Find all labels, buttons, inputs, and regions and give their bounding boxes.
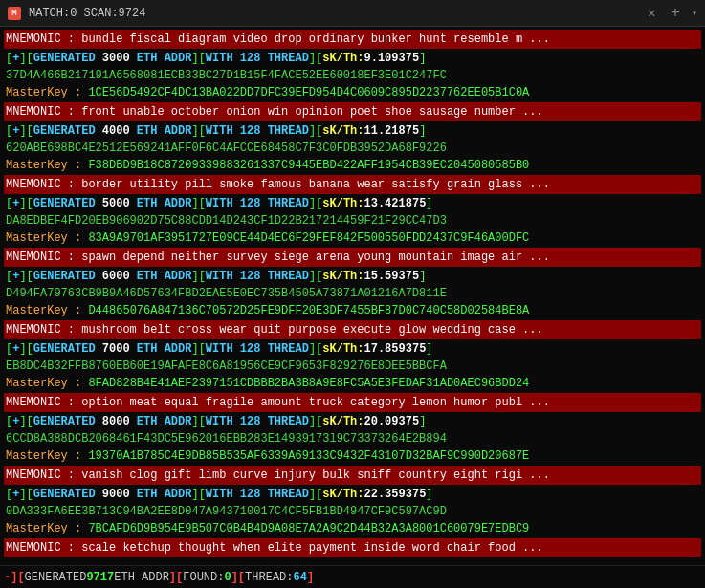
mnemonic-text-3: MNEMONIC : border utility pill smoke fam… xyxy=(6,178,550,191)
masterkey-val-1: 1CE56D5492CF4DC13BA022DD7DFC39EFD954D4C0… xyxy=(88,86,529,99)
dropdown-button[interactable]: ▾ xyxy=(692,8,697,19)
mnemonic-text-2: MNEMONIC : front unable october onion wi… xyxy=(6,105,543,119)
app-icon: M xyxy=(8,7,21,20)
mnemonic-text-4: MNEMONIC : spawn depend neither survey s… xyxy=(6,250,550,264)
mnemonic-line-7: MNEMONIC : vanish clog gift limb curve i… xyxy=(4,466,701,485)
masterkey-line-2: MasterKey : F38DBD9B18C87209339883261337… xyxy=(4,157,701,174)
masterkey-line-5: MasterKey : 8FAD828B4E41AEF2397151CDBBB2… xyxy=(4,375,701,392)
generated-line-3: [+][GENERATED 5000 ETH ADDR][WITH 128 TH… xyxy=(4,195,701,212)
hash-text-7: 0DA333FA6EE3B713C94BA2EE8D047A943710017C… xyxy=(6,505,447,518)
hash-text-5: EB8DC4B32FFB8760EB60E19AFAFE8C6A81956CE9… xyxy=(6,359,447,373)
hash-text-4: D494FA79763CB9B9A46D57634FBD2EAE5E0EC735… xyxy=(6,287,447,300)
mnemonic-line-3: MNEMONIC : border utility pill smoke fam… xyxy=(4,175,701,194)
hash-text-6: 6CCD8A388DCB2068461F43DC5E962016EBB283E1… xyxy=(6,432,447,446)
hash-line-1: 37D4A466B217191A6568081ECB33BC27D1B15F4F… xyxy=(4,67,701,84)
generated-line-5: [+][GENERATED 7000 ETH ADDR][WITH 128 TH… xyxy=(4,340,701,358)
mnemonic-line-4: MNEMONIC : spawn depend neither survey s… xyxy=(4,248,701,267)
masterkey-val-3: 83A9A9701AF3951727E09CE44D4EC6F29FEF842F… xyxy=(88,231,529,245)
hash-text-2: 620ABE698BC4E2512E569241AFF0F6C4AFCCE684… xyxy=(6,142,447,155)
hash-text-3: DA8EDBEF4FD20EB906902D75C88CDD14D243CF1D… xyxy=(6,214,447,228)
generated-line-4: [+][GENERATED 6000 ETH ADDR][WITH 128 TH… xyxy=(4,268,701,285)
content-area: MNEMONIC : bundle fiscal diagram video d… xyxy=(0,27,705,565)
masterkey-line-3: MasterKey : 83A9A9701AF3951727E09CE44D4E… xyxy=(4,229,701,247)
masterkey-line-6: MasterKey : 19370A1B785C4E9DB85B535AF633… xyxy=(4,447,701,465)
mnemonic-line-2: MNEMONIC : front unable october onion wi… xyxy=(4,102,701,121)
generated-line-6: [+][GENERATED 8000 ETH ADDR][WITH 128 TH… xyxy=(4,413,701,430)
hash-line-6: 6CCD8A388DCB2068461F43DC5E962016EBB283E1… xyxy=(4,430,701,447)
generated-line-2: [+][GENERATED 4000 ETH ADDR][WITH 128 TH… xyxy=(4,122,701,140)
masterkey-line-7: MasterKey : 7BCAFD6D9B954E9B507C0B4B4D9A… xyxy=(4,520,701,537)
hash-line-3: DA8EDBEF4FD20EB906902D75C88CDD14D243CF1D… xyxy=(4,212,701,229)
hash-line-2: 620ABE698BC4E2512E569241AFF0F6C4AFCCE684… xyxy=(4,140,701,157)
masterkey-line-4: MasterKey : D44865076A847136C70572D25FE9… xyxy=(4,302,701,319)
mnemonic-text-5: MNEMONIC : mushroom belt cross wear quit… xyxy=(6,323,543,337)
mnemonic-text-7: MNEMONIC : vanish clog gift limb curve i… xyxy=(6,468,550,482)
generated-line-7: [+][GENERATED 9000 ETH ADDR][WITH 128 TH… xyxy=(4,486,701,503)
masterkey-val-7: 7BCAFD6D9B954E9B507C0B4B4D9A08E7A2A9C2D4… xyxy=(88,522,529,535)
mnemonic-text-1: MNEMONIC : bundle fiscal diagram video d… xyxy=(6,33,550,46)
hash-line-4: D494FA79763CB9B9A46D57634FBD2EAE5E0EC735… xyxy=(4,285,701,302)
mnemonic-line-6: MNEMONIC : option meat equal fragile amo… xyxy=(4,393,701,412)
masterkey-val-4: D44865076A847136C70572D25FE9DFF20E3DF745… xyxy=(88,304,529,317)
hash-line-7: 0DA333FA6EE3B713C94BA2EE8D047A943710017C… xyxy=(4,503,701,520)
statusbar: -][ GENERATED 9717 ETH ADDR ][FOUND:0][T… xyxy=(0,565,705,588)
mnemonic-line-1: MNEMONIC : bundle fiscal diagram video d… xyxy=(4,30,701,49)
titlebar: M MATCH:0 SCAN:9724 ✕ + ▾ xyxy=(0,0,705,27)
hash-line-5: EB8DC4B32FFB8760EB60E19AFAFE8C6A81956CE9… xyxy=(4,358,701,375)
mnemonic-line-5: MNEMONIC : mushroom belt cross wear quit… xyxy=(4,320,701,339)
new-tab-button[interactable]: + xyxy=(667,5,684,22)
masterkey-val-5: 8FAD828B4E41AEF2397151CDBBB2BA3B8A9E8FC5… xyxy=(88,377,529,390)
mnemonic-text-8: MNEMONIC : scale ketchup thought when el… xyxy=(6,541,543,555)
generated-line-1: [+][GENERATED 3000 ETH ADDR][WITH 128 TH… xyxy=(4,50,701,67)
title-text: MATCH:0 SCAN:9724 xyxy=(29,7,636,20)
hash-text-1: 37D4A466B217191A6568081ECB33BC27D1B15F4F… xyxy=(6,69,447,82)
mnemonic-text-6: MNEMONIC : option meat equal fragile amo… xyxy=(6,396,550,409)
masterkey-val-2: F38DBD9B18C87209339883261337C9445EBD422A… xyxy=(88,159,529,172)
close-button[interactable]: ✕ xyxy=(644,5,659,21)
mnemonic-line-8: MNEMONIC : scale ketchup thought when el… xyxy=(4,538,701,557)
masterkey-val-6: 19370A1B785C4E9DB85B535AF6339A69133C9432… xyxy=(88,449,529,463)
masterkey-line-1: MasterKey : 1CE56D5492CF4DC13BA022DD7DFC… xyxy=(4,84,701,101)
